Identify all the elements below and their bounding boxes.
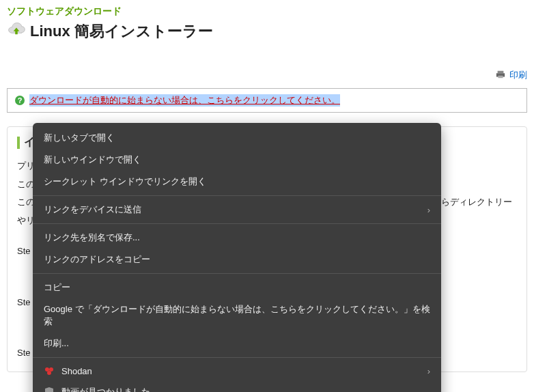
context-menu-item[interactable]: シークレット ウインドウでリンクを開く xyxy=(33,171,441,193)
menu-item-label: 印刷... xyxy=(44,337,69,350)
menu-separator xyxy=(33,223,441,224)
menu-item-label: リンクのアドレスをコピー xyxy=(44,253,150,266)
menu-item-label: リンクをデバイスに送信 xyxy=(44,204,141,216)
help-icon: ? xyxy=(14,95,25,106)
context-menu-item[interactable]: リンクをデバイスに送信› xyxy=(33,199,441,221)
menu-item-label: コピー xyxy=(44,281,70,294)
download-cloud-icon xyxy=(7,20,26,42)
notice-box: ? ダウンロードが自動的に始まらない場合は、こちらをクリックしてください。 xyxy=(7,88,527,113)
context-menu-item[interactable]: リンクのアドレスをコピー xyxy=(33,249,441,270)
context-menu-item[interactable]: Shodan› xyxy=(33,361,441,378)
svg-point-7 xyxy=(47,371,51,375)
chevron-right-icon: › xyxy=(427,366,430,376)
context-menu-item[interactable]: リンク先を別名で保存... xyxy=(33,227,441,249)
printer-icon xyxy=(496,70,505,81)
menu-separator xyxy=(33,357,441,358)
menu-item-label: Google で「ダウンロードが自動的に始まらない場合は、こちらをクリックしてく… xyxy=(44,303,430,328)
context-menu-item[interactable]: コピー xyxy=(33,277,441,298)
menu-item-label: 新しいタブで開く xyxy=(44,132,115,144)
svg-rect-0 xyxy=(498,71,504,74)
menu-item-label: Shodan xyxy=(61,366,92,376)
title-row: Linux 簡易インストーラー xyxy=(7,20,527,42)
chevron-right-icon: › xyxy=(427,205,430,215)
svg-text:?: ? xyxy=(18,96,23,104)
print-link[interactable]: 印刷 xyxy=(509,70,527,80)
context-menu-item[interactable]: 新しいウインドウで開く xyxy=(33,149,441,171)
print-row: 印刷 xyxy=(7,69,527,81)
menu-item-label: リンク先を別名で保存... xyxy=(44,232,140,244)
notice-download-link[interactable]: ダウンロードが自動的に始まらない場合は、こちらをクリックしてください。 xyxy=(29,94,340,107)
shodan-icon xyxy=(44,365,55,376)
breadcrumb[interactable]: ソフトウェアダウンロード xyxy=(7,5,527,18)
menu-separator xyxy=(33,195,441,196)
menu-item-label: 新しいウインドウで開く xyxy=(44,154,141,166)
svg-rect-2 xyxy=(498,76,503,79)
svg-point-5 xyxy=(45,367,49,372)
green-accent-bar xyxy=(17,137,20,149)
context-menu-item[interactable]: 新しいタブで開く xyxy=(33,127,441,149)
menu-item-label: シークレット ウインドウでリンクを開く xyxy=(44,176,206,188)
context-menu: 新しいタブで開く新しいウインドウで開くシークレット ウインドウでリンクを開くリン… xyxy=(33,123,441,378)
page-title: Linux 簡易インストーラー xyxy=(30,21,213,42)
svg-point-6 xyxy=(49,367,53,372)
context-menu-item[interactable]: 印刷... xyxy=(33,333,441,354)
menu-separator xyxy=(33,273,441,274)
context-menu-item[interactable]: Google で「ダウンロードが自動的に始まらない場合は、こちらをクリックしてく… xyxy=(33,298,441,333)
